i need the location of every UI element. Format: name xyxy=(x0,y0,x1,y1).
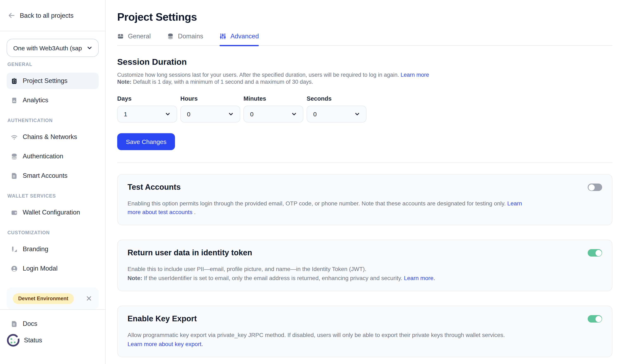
tab-bar: General Domains Advanced xyxy=(117,33,612,46)
key-export-learn-more-link[interactable]: Learn more about key export. xyxy=(128,341,203,347)
sidebar-nav: One with Web3Auth (sap GENERAL Project S… xyxy=(0,31,105,309)
sidebar-item-docs[interactable]: Docs xyxy=(7,315,99,332)
tab-label: Advanced xyxy=(231,33,259,40)
document-icon xyxy=(11,172,18,179)
session-duration-description: Customize how long sessions last for you… xyxy=(117,71,612,85)
field-label: Hours xyxy=(180,95,240,102)
sidebar: Back to all projects One with Web3Auth (… xyxy=(0,0,106,364)
key-export-card: Enable Key Export Allow programmatic key… xyxy=(117,306,612,357)
field-label: Minutes xyxy=(243,95,303,102)
wallet-icon xyxy=(11,209,18,216)
sidebar-item-label: Status xyxy=(24,337,42,344)
sidebar-footer: Docs Status xyxy=(0,309,105,364)
identity-token-card: Return user data in identity token Enabl… xyxy=(117,240,612,291)
project-selector-dropdown[interactable]: One with Web3Auth (sap xyxy=(7,39,99,57)
select-value: 0 xyxy=(187,111,190,118)
tab-general[interactable]: General xyxy=(117,33,151,45)
save-changes-button[interactable]: Save Changes xyxy=(117,133,175,150)
hours-select[interactable]: 0 xyxy=(180,106,240,122)
identity-token-learn-more-link[interactable]: Learn more. xyxy=(404,275,435,281)
tab-domains[interactable]: Domains xyxy=(167,33,203,45)
card-description: Enable this to include user PII—email, p… xyxy=(128,265,535,283)
sidebar-item-label: Login Modal xyxy=(23,265,57,272)
card-note-label: Note: xyxy=(128,275,142,281)
chevron-down-icon xyxy=(355,111,360,117)
user-circle-icon xyxy=(11,265,18,272)
sliders-icon xyxy=(220,33,226,40)
card-description-suffix: . xyxy=(192,209,196,215)
section-label-general: GENERAL xyxy=(7,62,99,67)
sidebar-item-label: Branding xyxy=(23,245,48,253)
field-hours: Hours 0 xyxy=(180,95,240,122)
chevron-down-icon xyxy=(291,111,297,117)
sidebar-item-label: Chains & Networks xyxy=(23,133,77,141)
minutes-select[interactable]: 0 xyxy=(243,106,303,122)
section-label-authentication: AUTHENTICATION xyxy=(7,118,99,123)
clipboard-icon xyxy=(11,77,18,84)
section-label-wallet-services: WALLET SERVICES xyxy=(7,194,99,198)
sidebar-item-branding[interactable]: Branding xyxy=(7,241,99,257)
card-title: Test Accounts xyxy=(128,183,181,192)
chevron-down-icon xyxy=(87,45,92,51)
identity-token-toggle[interactable] xyxy=(588,249,602,257)
duration-fields: Days 1 Hours 0 Minutes 0 xyxy=(117,95,612,122)
field-minutes: Minutes 0 xyxy=(243,95,303,122)
sidebar-item-smart-accounts[interactable]: Smart Accounts xyxy=(7,168,99,184)
field-days: Days 1 xyxy=(117,95,177,122)
sidebar-item-label: Authentication xyxy=(23,153,63,160)
days-select[interactable]: 1 xyxy=(117,106,177,122)
chevron-down-icon xyxy=(228,111,234,117)
wifi-icon xyxy=(11,133,18,141)
seconds-select[interactable]: 0 xyxy=(307,106,366,122)
sidebar-item-label: Analytics xyxy=(23,97,48,104)
sidebar-item-authentication[interactable]: Authentication xyxy=(7,148,99,165)
sidebar-item-project-settings[interactable]: Project Settings xyxy=(7,73,99,89)
sidebar-footer-divider xyxy=(0,309,105,310)
sidebar-item-label: Project Settings xyxy=(23,77,67,85)
tab-advanced[interactable]: Advanced xyxy=(220,33,259,45)
table-icon xyxy=(117,33,124,40)
sidebar-item-label: Wallet Configuration xyxy=(23,209,80,216)
database-icon xyxy=(167,33,174,40)
field-label: Seconds xyxy=(307,95,366,102)
sidebar-item-status[interactable]: Status xyxy=(7,332,99,348)
main-content: Project Settings General Domains Advance… xyxy=(106,0,624,364)
bar-chart-icon xyxy=(11,97,18,104)
status-cookie-icon xyxy=(6,333,21,348)
tab-label: General xyxy=(128,33,151,40)
test-accounts-toggle[interactable] xyxy=(588,184,602,191)
session-description-text: Customize how long sessions last for you… xyxy=(117,72,399,78)
key-export-toggle[interactable] xyxy=(588,315,602,322)
session-note-text: Default is 1 day, with a minimum of 1 se… xyxy=(131,79,313,85)
test-accounts-card: Test Accounts Enabling this option permi… xyxy=(117,174,612,225)
page-title: Project Settings xyxy=(117,11,612,24)
sidebar-item-wallet-configuration[interactable]: Wallet Configuration xyxy=(7,204,99,221)
arrow-left-icon xyxy=(7,12,15,19)
card-title: Enable Key Export xyxy=(128,314,197,323)
select-value: 1 xyxy=(124,111,127,118)
section-label-customization: CUSTOMIZATION xyxy=(7,230,99,235)
chevron-down-icon xyxy=(165,111,170,117)
select-value: 0 xyxy=(313,111,317,118)
back-label: Back to all projects xyxy=(20,12,74,19)
session-duration-heading: Session Duration xyxy=(117,57,612,67)
card-title: Return user data in identity token xyxy=(128,248,252,257)
sidebar-item-chains-networks[interactable]: Chains & Networks xyxy=(7,129,99,145)
close-icon[interactable] xyxy=(85,295,92,302)
sidebar-item-login-modal[interactable]: Login Modal xyxy=(7,260,99,277)
session-learn-more-link[interactable]: Learn more xyxy=(401,72,429,78)
card-description-text: Enable this to include user PII—email, p… xyxy=(128,266,366,272)
document-icon xyxy=(11,320,18,327)
card-description: Allow programmatic key export via privat… xyxy=(128,331,535,348)
session-note-label: Note: xyxy=(117,79,131,85)
card-note-text: If the userIdentifier is set to email, o… xyxy=(142,275,404,281)
paint-brush-icon xyxy=(11,246,18,253)
toggle-knob xyxy=(595,316,601,322)
sidebar-item-analytics[interactable]: Analytics xyxy=(7,92,99,108)
back-to-projects[interactable]: Back to all projects xyxy=(0,0,105,31)
project-selector-value: One with Web3Auth (sap xyxy=(13,44,82,51)
card-description-text: Enabling this option permits login throu… xyxy=(128,200,507,207)
field-seconds: Seconds 0 xyxy=(307,95,366,122)
select-value: 0 xyxy=(250,111,254,118)
environment-badge: Devnet Environment xyxy=(13,293,74,304)
